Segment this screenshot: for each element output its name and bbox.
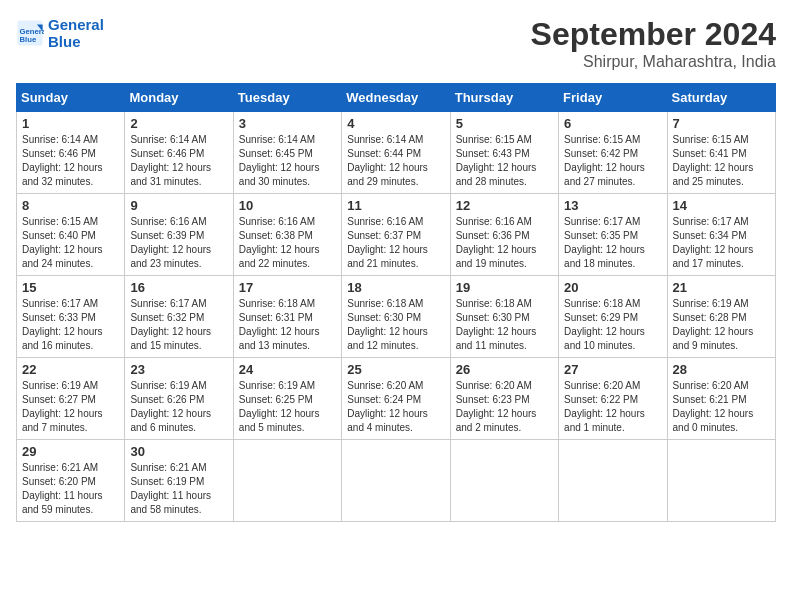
logo-general: General bbox=[48, 16, 104, 33]
calendar-cell: 13 Sunrise: 6:17 AMSunset: 6:35 PMDaylig… bbox=[559, 194, 667, 276]
day-number: 21 bbox=[673, 280, 770, 295]
day-number: 24 bbox=[239, 362, 336, 377]
col-friday: Friday bbox=[559, 84, 667, 112]
day-number: 14 bbox=[673, 198, 770, 213]
logo-icon: General Blue bbox=[16, 19, 44, 47]
logo-blue: Blue bbox=[48, 33, 104, 50]
calendar-cell: 15 Sunrise: 6:17 AMSunset: 6:33 PMDaylig… bbox=[17, 276, 125, 358]
calendar-cell: 10 Sunrise: 6:16 AMSunset: 6:38 PMDaylig… bbox=[233, 194, 341, 276]
calendar-cell: 30 Sunrise: 6:21 AMSunset: 6:19 PMDaylig… bbox=[125, 440, 233, 522]
logo: General Blue General Blue bbox=[16, 16, 104, 51]
calendar-cell bbox=[559, 440, 667, 522]
day-number: 12 bbox=[456, 198, 553, 213]
month-title: September 2024 bbox=[531, 16, 776, 53]
cell-info: Sunrise: 6:19 AMSunset: 6:27 PMDaylight:… bbox=[22, 379, 119, 435]
calendar-cell: 22 Sunrise: 6:19 AMSunset: 6:27 PMDaylig… bbox=[17, 358, 125, 440]
col-saturday: Saturday bbox=[667, 84, 775, 112]
calendar-week-row: 29 Sunrise: 6:21 AMSunset: 6:20 PMDaylig… bbox=[17, 440, 776, 522]
title-block: September 2024 Shirpur, Maharashtra, Ind… bbox=[531, 16, 776, 71]
calendar-cell: 11 Sunrise: 6:16 AMSunset: 6:37 PMDaylig… bbox=[342, 194, 450, 276]
day-number: 13 bbox=[564, 198, 661, 213]
day-number: 7 bbox=[673, 116, 770, 131]
calendar-cell: 16 Sunrise: 6:17 AMSunset: 6:32 PMDaylig… bbox=[125, 276, 233, 358]
calendar-cell: 26 Sunrise: 6:20 AMSunset: 6:23 PMDaylig… bbox=[450, 358, 558, 440]
day-number: 26 bbox=[456, 362, 553, 377]
cell-info: Sunrise: 6:16 AMSunset: 6:36 PMDaylight:… bbox=[456, 215, 553, 271]
calendar-cell: 21 Sunrise: 6:19 AMSunset: 6:28 PMDaylig… bbox=[667, 276, 775, 358]
calendar-cell: 28 Sunrise: 6:20 AMSunset: 6:21 PMDaylig… bbox=[667, 358, 775, 440]
calendar-cell: 4 Sunrise: 6:14 AMSunset: 6:44 PMDayligh… bbox=[342, 112, 450, 194]
day-number: 9 bbox=[130, 198, 227, 213]
svg-text:Blue: Blue bbox=[20, 35, 37, 44]
calendar-cell bbox=[342, 440, 450, 522]
cell-info: Sunrise: 6:16 AMSunset: 6:38 PMDaylight:… bbox=[239, 215, 336, 271]
cell-info: Sunrise: 6:17 AMSunset: 6:32 PMDaylight:… bbox=[130, 297, 227, 353]
cell-info: Sunrise: 6:16 AMSunset: 6:39 PMDaylight:… bbox=[130, 215, 227, 271]
cell-info: Sunrise: 6:18 AMSunset: 6:31 PMDaylight:… bbox=[239, 297, 336, 353]
calendar-header-row: Sunday Monday Tuesday Wednesday Thursday… bbox=[17, 84, 776, 112]
cell-info: Sunrise: 6:20 AMSunset: 6:24 PMDaylight:… bbox=[347, 379, 444, 435]
page-header: General Blue General Blue September 2024… bbox=[16, 16, 776, 71]
day-number: 30 bbox=[130, 444, 227, 459]
day-number: 2 bbox=[130, 116, 227, 131]
col-tuesday: Tuesday bbox=[233, 84, 341, 112]
day-number: 23 bbox=[130, 362, 227, 377]
calendar-cell: 27 Sunrise: 6:20 AMSunset: 6:22 PMDaylig… bbox=[559, 358, 667, 440]
cell-info: Sunrise: 6:20 AMSunset: 6:21 PMDaylight:… bbox=[673, 379, 770, 435]
cell-info: Sunrise: 6:17 AMSunset: 6:34 PMDaylight:… bbox=[673, 215, 770, 271]
calendar-cell: 18 Sunrise: 6:18 AMSunset: 6:30 PMDaylig… bbox=[342, 276, 450, 358]
calendar-cell: 7 Sunrise: 6:15 AMSunset: 6:41 PMDayligh… bbox=[667, 112, 775, 194]
day-number: 10 bbox=[239, 198, 336, 213]
calendar-cell: 5 Sunrise: 6:15 AMSunset: 6:43 PMDayligh… bbox=[450, 112, 558, 194]
cell-info: Sunrise: 6:16 AMSunset: 6:37 PMDaylight:… bbox=[347, 215, 444, 271]
cell-info: Sunrise: 6:21 AMSunset: 6:20 PMDaylight:… bbox=[22, 461, 119, 517]
day-number: 17 bbox=[239, 280, 336, 295]
day-number: 28 bbox=[673, 362, 770, 377]
cell-info: Sunrise: 6:17 AMSunset: 6:33 PMDaylight:… bbox=[22, 297, 119, 353]
calendar-cell: 6 Sunrise: 6:15 AMSunset: 6:42 PMDayligh… bbox=[559, 112, 667, 194]
col-thursday: Thursday bbox=[450, 84, 558, 112]
cell-info: Sunrise: 6:15 AMSunset: 6:43 PMDaylight:… bbox=[456, 133, 553, 189]
calendar-week-row: 22 Sunrise: 6:19 AMSunset: 6:27 PMDaylig… bbox=[17, 358, 776, 440]
cell-info: Sunrise: 6:14 AMSunset: 6:44 PMDaylight:… bbox=[347, 133, 444, 189]
day-number: 18 bbox=[347, 280, 444, 295]
calendar-cell: 24 Sunrise: 6:19 AMSunset: 6:25 PMDaylig… bbox=[233, 358, 341, 440]
calendar-cell: 17 Sunrise: 6:18 AMSunset: 6:31 PMDaylig… bbox=[233, 276, 341, 358]
cell-info: Sunrise: 6:15 AMSunset: 6:42 PMDaylight:… bbox=[564, 133, 661, 189]
cell-info: Sunrise: 6:14 AMSunset: 6:46 PMDaylight:… bbox=[130, 133, 227, 189]
calendar-cell: 23 Sunrise: 6:19 AMSunset: 6:26 PMDaylig… bbox=[125, 358, 233, 440]
cell-info: Sunrise: 6:15 AMSunset: 6:40 PMDaylight:… bbox=[22, 215, 119, 271]
cell-info: Sunrise: 6:19 AMSunset: 6:26 PMDaylight:… bbox=[130, 379, 227, 435]
day-number: 20 bbox=[564, 280, 661, 295]
cell-info: Sunrise: 6:20 AMSunset: 6:22 PMDaylight:… bbox=[564, 379, 661, 435]
location-subtitle: Shirpur, Maharashtra, India bbox=[531, 53, 776, 71]
calendar-cell: 9 Sunrise: 6:16 AMSunset: 6:39 PMDayligh… bbox=[125, 194, 233, 276]
cell-info: Sunrise: 6:18 AMSunset: 6:30 PMDaylight:… bbox=[347, 297, 444, 353]
calendar-cell: 8 Sunrise: 6:15 AMSunset: 6:40 PMDayligh… bbox=[17, 194, 125, 276]
calendar-cell: 19 Sunrise: 6:18 AMSunset: 6:30 PMDaylig… bbox=[450, 276, 558, 358]
calendar-cell: 25 Sunrise: 6:20 AMSunset: 6:24 PMDaylig… bbox=[342, 358, 450, 440]
calendar-cell: 29 Sunrise: 6:21 AMSunset: 6:20 PMDaylig… bbox=[17, 440, 125, 522]
day-number: 15 bbox=[22, 280, 119, 295]
day-number: 6 bbox=[564, 116, 661, 131]
calendar-cell: 12 Sunrise: 6:16 AMSunset: 6:36 PMDaylig… bbox=[450, 194, 558, 276]
cell-info: Sunrise: 6:15 AMSunset: 6:41 PMDaylight:… bbox=[673, 133, 770, 189]
day-number: 3 bbox=[239, 116, 336, 131]
calendar-cell: 1 Sunrise: 6:14 AMSunset: 6:46 PMDayligh… bbox=[17, 112, 125, 194]
day-number: 1 bbox=[22, 116, 119, 131]
cell-info: Sunrise: 6:18 AMSunset: 6:29 PMDaylight:… bbox=[564, 297, 661, 353]
day-number: 11 bbox=[347, 198, 444, 213]
calendar-cell: 20 Sunrise: 6:18 AMSunset: 6:29 PMDaylig… bbox=[559, 276, 667, 358]
day-number: 16 bbox=[130, 280, 227, 295]
calendar-cell bbox=[233, 440, 341, 522]
col-monday: Monday bbox=[125, 84, 233, 112]
calendar-week-row: 8 Sunrise: 6:15 AMSunset: 6:40 PMDayligh… bbox=[17, 194, 776, 276]
cell-info: Sunrise: 6:19 AMSunset: 6:25 PMDaylight:… bbox=[239, 379, 336, 435]
calendar-cell bbox=[450, 440, 558, 522]
cell-info: Sunrise: 6:20 AMSunset: 6:23 PMDaylight:… bbox=[456, 379, 553, 435]
day-number: 5 bbox=[456, 116, 553, 131]
day-number: 19 bbox=[456, 280, 553, 295]
cell-info: Sunrise: 6:21 AMSunset: 6:19 PMDaylight:… bbox=[130, 461, 227, 517]
day-number: 8 bbox=[22, 198, 119, 213]
day-number: 22 bbox=[22, 362, 119, 377]
